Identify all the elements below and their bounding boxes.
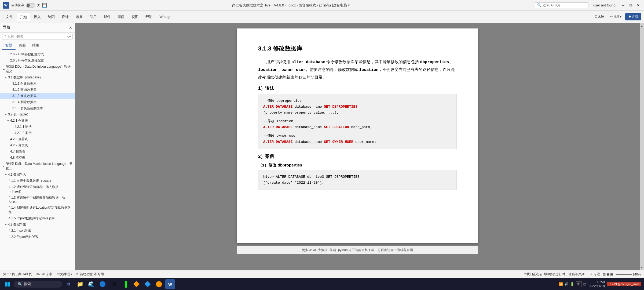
- kw-alter-database-3: ALTER DATABASE: [263, 140, 292, 144]
- ribbon-tab-home[interactable]: 开始: [17, 13, 30, 21]
- nav-item-n18[interactable]: ▼ 第4章 DML（Data Manipulation Language）数据.…: [0, 161, 75, 172]
- search-clear-button[interactable]: ✕▾: [67, 35, 71, 39]
- lang-cn[interactable]: 中: [576, 281, 582, 287]
- intro-paragraph: 用户可以使用 alter database 命令修改数据库某些信息，其中能够修改…: [258, 58, 457, 81]
- nav-item-n1[interactable]: 2.6.2 Hive参数配置方式: [0, 51, 75, 57]
- battery-icon: 🔋: [570, 282, 574, 286]
- title-search-box[interactable]: 🔍: [535, 2, 588, 8]
- taskbar-app7[interactable]: 🔷: [143, 279, 152, 289]
- nav-item-n27[interactable]: 4.2.2 Export到HDFS: [0, 234, 75, 240]
- nav-item-n24[interactable]: 4.1.5 Import数据到指定Hive表中: [0, 215, 75, 222]
- nav-label-n20: 4.1.1 向表中装载数据（Load）: [9, 179, 73, 183]
- comment-button[interactable]: ✏ 批注▾: [608, 13, 624, 20]
- nav-item-n9[interactable]: 3.1.5 切换当前数据库: [0, 105, 75, 111]
- nav-item-n21[interactable]: 4.1.2 通过查询语句向表中插入数据（Insert）: [0, 184, 75, 195]
- scroll-up-arrow[interactable]: ▲: [640, 23, 644, 28]
- section-title: 3.1.3 修改数据库: [258, 45, 457, 53]
- scroll-down-arrow[interactable]: ▼: [640, 265, 644, 270]
- document-footer-bar: 更多 Java -大数据 -前端 -python 人工智能资料下载，可百度访问：…: [237, 246, 478, 254]
- taskbar-search-icon: 🔍: [18, 282, 22, 286]
- sidebar-tab-headings[interactable]: 标题: [2, 41, 16, 50]
- inline-code-owner: owner user: [281, 68, 306, 72]
- taskbar-app8[interactable]: 🟠: [154, 279, 164, 289]
- taskbar-edge[interactable]: 🌊: [86, 279, 96, 289]
- nav-item-n10[interactable]: ▼ 3.2 表（table）: [0, 111, 75, 118]
- sidebar-tab-results[interactable]: 结果: [29, 41, 42, 50]
- code-comment-3: --修改 owner user: [263, 133, 452, 139]
- sidebar-pin-icon[interactable]: ─: [65, 26, 67, 30]
- inline-code-dbprops: dbproperties: [420, 60, 449, 64]
- nav-item-n12[interactable]: 4.2.1.1 语法: [0, 124, 75, 130]
- right-scrollbar[interactable]: ▲ ▼: [640, 23, 644, 270]
- taskbar-chrome[interactable]: 🔵: [98, 279, 107, 289]
- nav-item-n5[interactable]: 3.1.1 创建数据库: [0, 81, 75, 87]
- present-button[interactable]: ▶讲演: [625, 13, 641, 20]
- nav-item-n20[interactable]: 4.1.1 向表中装载数据（Load）: [0, 178, 75, 184]
- ribbon-tab-design[interactable]: 设计: [58, 13, 72, 21]
- nav-item-n19[interactable]: ▼ 4.1 数据导入: [0, 172, 75, 178]
- taskbar-task-view[interactable]: ⧉: [64, 279, 74, 289]
- nav-item-n22[interactable]: 4.1.3 查询语句中创建表并加载数据（As Sele...: [0, 195, 75, 205]
- nav-label-n23: 4.1.4 创建表时通过Location指定加载数据路径: [9, 205, 73, 215]
- ribbon-tab-insert[interactable]: 插入: [31, 13, 44, 21]
- nav-label-n1: 2.6.2 Hive参数配置方式: [10, 52, 73, 57]
- nav-item-n26[interactable]: 4.2.1 Insert导出: [0, 228, 75, 234]
- compare-button[interactable]: 口比较: [592, 13, 606, 20]
- code-line-3: (property_name=property_value, ...);: [263, 110, 452, 116]
- windows-logo-icon: [5, 281, 10, 287]
- ribbon-tab-help[interactable]: 帮助: [142, 13, 156, 21]
- save-icon[interactable]: 💾: [42, 3, 47, 8]
- ribbon-tab-mail[interactable]: 邮件: [100, 13, 114, 21]
- assist-label[interactable]: ⊕ 辅助功能: 不可用: [76, 272, 104, 277]
- taskbar-app6[interactable]: 🔶: [131, 279, 141, 289]
- minimize-button[interactable]: ─: [620, 2, 626, 9]
- nav-label-n26: 4.2.1 Insert导出: [9, 229, 73, 233]
- nav-item-n15[interactable]: 4.2.2 修改表: [0, 142, 75, 148]
- nav-item-n6[interactable]: 3.1.2 查询数据库: [0, 87, 75, 93]
- taskbar-search-label: 搜索: [24, 282, 31, 287]
- nav-item-n14[interactable]: 4.2.2 查看表: [0, 136, 75, 142]
- taskbar-word[interactable]: W: [165, 279, 175, 289]
- toggle-knob: [27, 4, 30, 7]
- nav-item-n4[interactable]: ▼ 3.1 数据库（database）: [0, 74, 75, 81]
- sidebar-title: 导航: [3, 25, 10, 30]
- nav-item-n13[interactable]: 4.2.1.2 案例: [0, 130, 75, 136]
- close-button[interactable]: ✕: [635, 2, 641, 9]
- nav-item-n25[interactable]: ▼ 4.2 数据导出: [0, 222, 75, 228]
- ribbon-tab-reference[interactable]: 引用: [86, 13, 100, 21]
- nav-item-n11[interactable]: ▼ 4.2.1 创建表: [0, 118, 75, 124]
- autosave-toggle[interactable]: [26, 3, 35, 8]
- ribbon-tab-review[interactable]: 审阅: [114, 13, 128, 21]
- nav-item-n23[interactable]: 4.1.4 创建表时通过Location指定加载数据路径: [0, 205, 75, 215]
- focus-mode-button[interactable]: ✦ 专注: [590, 272, 600, 277]
- sidebar-tab-pages[interactable]: 页面: [16, 41, 29, 50]
- lang-spell[interactable]: 拼: [583, 282, 587, 287]
- ribbon-tab-draw[interactable]: 绘图: [45, 13, 58, 21]
- nav-label-n27: 4.2.2 Export到HDFS: [9, 235, 73, 239]
- nav-item-n17[interactable]: 4.8 清空表: [0, 155, 75, 161]
- restore-button[interactable]: □: [627, 2, 634, 9]
- inline-code-location2: location: [359, 68, 378, 72]
- inline-code-location: location: [258, 68, 277, 72]
- nav-item-n16[interactable]: 4.7 删除表: [0, 148, 75, 155]
- nav-item-n2[interactable]: 2.6.3 Hive常见属性配置: [0, 57, 75, 64]
- nav-label-n24: 4.1.5 Import数据到指定Hive表中: [9, 216, 73, 221]
- taskbar-terminal[interactable]: ▐: [120, 279, 130, 289]
- title-search-input[interactable]: [543, 3, 581, 7]
- nav-item-n7[interactable]: 3.1.3 修改数据库: [0, 93, 75, 99]
- clock[interactable]: 16:58 2022/11/18: [589, 280, 605, 288]
- ribbon-tab-writage[interactable]: Writage: [156, 13, 175, 20]
- start-button[interactable]: [3, 279, 12, 289]
- nav-item-n3[interactable]: ▶ 第3章 DDL（Data Definition Language）数据定义: [0, 64, 75, 74]
- sidebar-search-input[interactable]: [4, 35, 65, 39]
- ribbon-tab-view[interactable]: 视图: [128, 13, 142, 21]
- nav-label-n14: 4.2.2 查看表: [10, 137, 73, 142]
- taskbar-search[interactable]: 🔍 搜索: [14, 281, 62, 288]
- sidebar-close-icon[interactable]: ✕: [69, 26, 72, 30]
- nav-item-n8[interactable]: 3.1.4 删除数据库: [0, 99, 75, 105]
- sidebar-header-icons: ─ ✕: [65, 26, 72, 30]
- taskbar-explorer[interactable]: 📁: [75, 279, 85, 289]
- ribbon-tab-file[interactable]: 文件: [3, 13, 16, 21]
- taskbar-mail[interactable]: ✉: [109, 279, 119, 289]
- ribbon-tab-layout[interactable]: 布局: [72, 13, 86, 21]
